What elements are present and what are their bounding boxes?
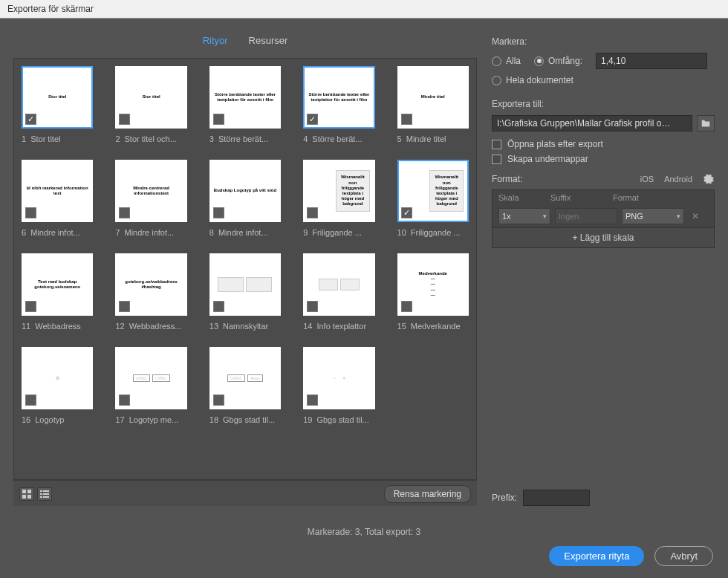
tab-resources[interactable]: Resurser xyxy=(249,35,288,48)
thumbnail-box[interactable]: LABELLABEL xyxy=(115,347,186,409)
thumbnail-checkbox[interactable] xyxy=(401,207,412,218)
browse-folder-button[interactable] xyxy=(697,115,715,131)
thumbnail-box[interactable] xyxy=(303,253,374,316)
thumbnail-checkbox[interactable] xyxy=(401,301,412,312)
thumbnail-name: Friliggande ... xyxy=(411,228,461,237)
artboard-thumbnail[interactable]: Större berättande texter eller textplatt… xyxy=(209,66,281,143)
artboard-thumbnail[interactable]: ▫▫❖19Gbgs stad til... xyxy=(303,347,374,424)
artboard-thumbnail[interactable]: Mindre centrerad informationstext7Mindre… xyxy=(115,160,186,237)
suffix-input[interactable] xyxy=(555,208,617,224)
thumbnail-checkbox[interactable] xyxy=(307,114,318,125)
svg-rect-1 xyxy=(27,490,31,493)
window-title: Exportera för skärmar xyxy=(7,4,94,14)
radio-full-document[interactable]: Hela dokumentet xyxy=(492,75,573,85)
artboard-thumbnail[interactable]: Id nibh markerad information text6Mindre… xyxy=(22,160,93,237)
thumbnail-name: Stor titel och... xyxy=(125,134,177,143)
android-preset-link[interactable]: Android xyxy=(664,175,692,184)
artboard-thumbnail[interactable]: LABELLABEL17Logotyp me... xyxy=(115,347,186,424)
thumbnail-box[interactable]: Stor titel xyxy=(115,66,186,129)
artboard-thumbnail[interactable]: Wismanelit non friliggande textplata i h… xyxy=(397,160,469,237)
export-artboard-button[interactable]: Exportera rityta xyxy=(549,546,644,566)
thumbnail-checkbox[interactable] xyxy=(25,301,36,312)
prefix-input[interactable] xyxy=(523,490,590,506)
thumbnail-box[interactable]: goteborg.se/webbadress #hashtag xyxy=(115,253,186,316)
thumbnail-checkbox[interactable] xyxy=(213,301,224,312)
artboard-thumbnail[interactable]: Mindre titel5Mindre titel xyxy=(397,66,469,143)
tab-artboards[interactable]: Rityor xyxy=(203,35,228,48)
thumbnail-checkbox[interactable] xyxy=(307,207,318,218)
ios-preset-link[interactable]: iOS xyxy=(640,175,654,184)
radio-range[interactable]: Omfång: xyxy=(534,56,582,66)
thumbnail-checkbox[interactable] xyxy=(25,114,36,125)
thumbnail-box[interactable]: Wismanelit non friliggande textplata i h… xyxy=(397,160,469,222)
thumbnail-box[interactable]: Budskap Logotyp på vitt stöd xyxy=(209,160,281,222)
thumbnail-number: 6 xyxy=(22,228,26,237)
thumbnail-box[interactable]: Id nibh markerad information text xyxy=(22,160,93,222)
col-scale-header: Skala xyxy=(498,193,550,202)
cancel-button[interactable]: Avbryt xyxy=(654,546,713,566)
thumbnail-label: 13Namnskyltar xyxy=(209,322,281,331)
svg-rect-8 xyxy=(40,496,42,498)
thumbnail-checkbox[interactable] xyxy=(307,301,318,312)
thumbnail-label: 4Större berät... xyxy=(303,134,374,143)
prefix-row: Prefix: xyxy=(492,485,715,506)
list-view-icon[interactable] xyxy=(37,487,52,501)
action-buttons: Exportera rityta Avbryt xyxy=(0,542,728,578)
thumbnail-checkbox[interactable] xyxy=(25,207,36,218)
thumbnail-box[interactable] xyxy=(209,253,281,316)
artboard-thumbnail[interactable]: Wismanelit non friliggande textplata i h… xyxy=(303,160,374,237)
thumbnail-checkbox[interactable] xyxy=(213,207,224,218)
format-dropdown[interactable]: PNG xyxy=(622,208,684,224)
artboard-thumbnail[interactable]: Stor titel1Stor titel xyxy=(22,66,93,143)
artboard-thumbnail[interactable]: Budskap Logotyp på vitt stöd8Mindre info… xyxy=(209,160,281,237)
right-panel: Markera: Alla Omfång: Hela dokumentet xyxy=(492,35,715,506)
create-subfolders-label: Skapa undermappar xyxy=(507,154,588,164)
create-subfolders-row[interactable]: Skapa undermappar xyxy=(492,154,715,164)
artboard-thumbnail[interactable]: 14Info texplattor xyxy=(303,253,374,331)
clear-selection-button[interactable]: Rensa markering xyxy=(384,485,471,503)
prefix-label: Prefix: xyxy=(492,493,517,503)
thumbnail-box[interactable]: ▫▫❖ xyxy=(303,347,374,409)
open-after-export-row[interactable]: Öppna plats efter export xyxy=(492,139,715,149)
artboard-thumbnail[interactable]: Stor titel2Stor titel och... xyxy=(115,66,186,143)
radio-all[interactable]: Alla xyxy=(492,56,521,66)
thumbnail-box[interactable]: Större berättande texter eller textplatt… xyxy=(303,66,374,129)
thumbnail-box[interactable]: Stor titel xyxy=(22,66,93,129)
artboard-thumbnail[interactable]: 13Namnskyltar xyxy=(209,253,281,331)
artboard-thumbnail[interactable]: Medverkande————15Medverkande xyxy=(397,253,469,331)
thumbnail-checkbox[interactable] xyxy=(25,394,36,406)
thumbnail-checkbox[interactable] xyxy=(213,114,224,125)
thumbnail-box[interactable]: ❖ xyxy=(22,347,93,409)
thumbnail-checkbox[interactable] xyxy=(307,394,318,406)
thumbnail-box[interactable]: Mindre centrerad informationstext xyxy=(115,160,186,222)
artboard-thumbnail[interactable]: goteborg.se/webbadress #hashtag12Webbadr… xyxy=(115,253,186,331)
thumbnail-checkbox[interactable] xyxy=(119,301,130,312)
format-settings-button[interactable] xyxy=(703,173,715,185)
artboard-thumbnail[interactable]: LABEL❖logo18Gbgs stad til... xyxy=(209,347,281,424)
export-path-input[interactable] xyxy=(492,115,692,131)
remove-format-row-button[interactable]: ✕ xyxy=(689,211,702,221)
artboard-thumbnail[interactable]: Text med budskap goteborg.se/examens11We… xyxy=(22,253,93,331)
thumbnail-number: 19 xyxy=(303,415,312,424)
thumbnail-box[interactable]: Mindre titel xyxy=(397,66,469,129)
thumbnail-checkbox[interactable] xyxy=(213,394,224,406)
svg-rect-9 xyxy=(43,496,49,498)
thumbnail-checkbox[interactable] xyxy=(401,114,412,125)
add-scale-button[interactable]: + Lägg till skala xyxy=(493,227,714,247)
grid-view-icon[interactable] xyxy=(19,487,34,501)
col-suffix-header: Suffix xyxy=(550,193,613,202)
thumbnail-label: 18Gbgs stad til... xyxy=(209,415,281,424)
artboard-thumbnail[interactable]: ❖16Logotyp xyxy=(22,347,93,424)
artboard-thumbnail[interactable]: Större berättande texter eller textplatt… xyxy=(303,66,374,143)
thumbnail-checkbox[interactable] xyxy=(119,207,130,218)
thumbnail-box[interactable]: Medverkande———— xyxy=(397,253,469,316)
thumbnail-box[interactable]: Text med budskap goteborg.se/examens xyxy=(22,253,93,316)
thumbnail-label: 16Logotyp xyxy=(22,415,93,424)
thumbnail-box[interactable]: Större berättande texter eller textplatt… xyxy=(209,66,281,129)
thumbnail-box[interactable]: LABEL❖logo xyxy=(209,347,281,409)
scale-dropdown[interactable]: 1x xyxy=(498,208,550,224)
thumbnail-checkbox[interactable] xyxy=(119,114,130,125)
range-input[interactable] xyxy=(596,53,707,69)
thumbnail-checkbox[interactable] xyxy=(119,394,130,406)
thumbnail-box[interactable]: Wismanelit non friliggande textplata i h… xyxy=(303,160,374,222)
